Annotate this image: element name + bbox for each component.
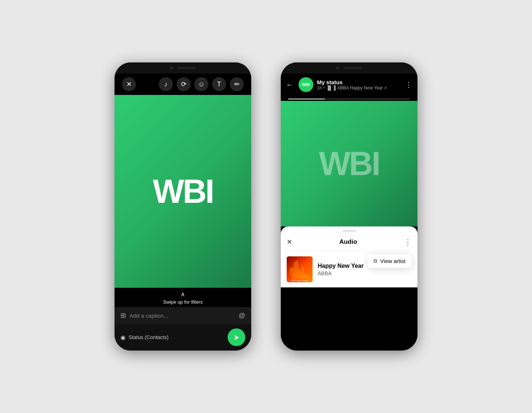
- external-link-icon: ⧉: [374, 258, 377, 264]
- track-artwork: ABBA Super Trouper: [287, 256, 313, 282]
- sheet-close-button[interactable]: ✕: [287, 238, 292, 246]
- status-avatar: WBI: [299, 77, 313, 92]
- track-info-row: ABBA Super Trouper ⧉ View artist Happy N…: [281, 251, 417, 287]
- right-screen: ← WBI My status 1h • ▐▌▐ ABBA Happy New …: [281, 74, 417, 351]
- status-progress-bar: [288, 99, 410, 99]
- pencil-button[interactable]: ✏: [230, 77, 244, 91]
- toolbar: ✕ ♪ ⟳ ☺ T ✏: [115, 74, 251, 95]
- caption-image-icon: ⊞: [120, 311, 126, 320]
- music-bars-icon: ▐▌▐: [326, 85, 336, 91]
- phone-notch-left: [115, 62, 251, 74]
- send-button[interactable]: ➤: [228, 328, 245, 346]
- view-artist-popup[interactable]: ⧉ View artist: [368, 254, 412, 268]
- track-art-image: ABBA Super Trouper: [287, 256, 313, 282]
- swipe-label: Swipe up for filters: [163, 299, 203, 305]
- audio-bottom-sheet: ✕ Audio ⋮: [281, 226, 417, 287]
- speaker-left: [177, 67, 196, 69]
- status-preview: WBI: [115, 95, 251, 288]
- caption-input[interactable]: Add a caption...: [130, 313, 235, 319]
- status-progress-fill: [288, 99, 325, 99]
- more-options-button[interactable]: ⋮: [405, 80, 412, 89]
- time-text: 1h: [317, 85, 322, 91]
- mention-icon[interactable]: @: [239, 312, 245, 320]
- sheet-more-button[interactable]: ⋮: [404, 238, 412, 246]
- sheet-handle: [342, 230, 356, 232]
- status-time: 1h • ▐▌▐ ABBA Happy New Year >: [317, 85, 401, 91]
- close-button[interactable]: ✕: [122, 77, 136, 91]
- left-screen: ✕ ♪ ⟳ ☺ T ✏ WBI ∧ Swipe up for filters ⊞…: [115, 74, 251, 351]
- left-phone: ✕ ♪ ⟳ ☺ T ✏ WBI ∧ Swipe up for filters ⊞…: [115, 62, 251, 351]
- swipe-filters-area[interactable]: ∧ Swipe up for filters: [115, 288, 251, 307]
- bottom-bar: ◉ Status (Contacts) ➤: [115, 324, 251, 351]
- chevron-up-icon: ∧: [181, 291, 185, 298]
- emoji-button[interactable]: ☺: [194, 77, 208, 91]
- wbi-logo-right: WBI: [319, 145, 379, 183]
- rotate-button[interactable]: ⟳: [177, 77, 191, 91]
- status-image-area: WBI: [281, 101, 417, 226]
- progress-container: [281, 96, 417, 101]
- music-button[interactable]: ♪: [159, 77, 173, 91]
- song-info: ABBA Happy New Year >: [337, 85, 386, 91]
- back-button[interactable]: ←: [286, 81, 293, 89]
- speaker-right: [344, 67, 362, 69]
- contacts-label: Status (Contacts): [129, 334, 168, 340]
- camera-right: [336, 66, 339, 69]
- phone-notch-right: [281, 62, 417, 74]
- sheet-header: ✕ Audio ⋮: [281, 235, 417, 251]
- dot-separator: •: [323, 86, 325, 90]
- track-artist: ABBA: [318, 270, 412, 276]
- camera-left: [170, 66, 173, 69]
- toolbar-right-icons: ♪ ⟳ ☺ T ✏: [159, 77, 244, 91]
- sheet-title: Audio: [292, 238, 404, 246]
- status-header: ← WBI My status 1h • ▐▌▐ ABBA Happy New …: [281, 74, 417, 96]
- contacts-icon: ◉: [120, 334, 126, 341]
- svg-text:ABBA Super Trouper: ABBA Super Trouper: [291, 279, 308, 281]
- status-contacts[interactable]: ◉ Status (Contacts): [120, 334, 228, 341]
- status-name: My status: [317, 79, 401, 85]
- track-art-svg: ABBA Super Trouper: [287, 256, 313, 282]
- wbi-logo: WBI: [153, 173, 213, 211]
- text-button[interactable]: T: [212, 77, 226, 91]
- status-meta: My status 1h • ▐▌▐ ABBA Happy New Year >: [317, 79, 401, 91]
- view-artist-text: View artist: [380, 258, 406, 264]
- right-phone: ← WBI My status 1h • ▐▌▐ ABBA Happy New …: [281, 62, 417, 351]
- caption-bar: ⊞ Add a caption... @: [115, 307, 251, 324]
